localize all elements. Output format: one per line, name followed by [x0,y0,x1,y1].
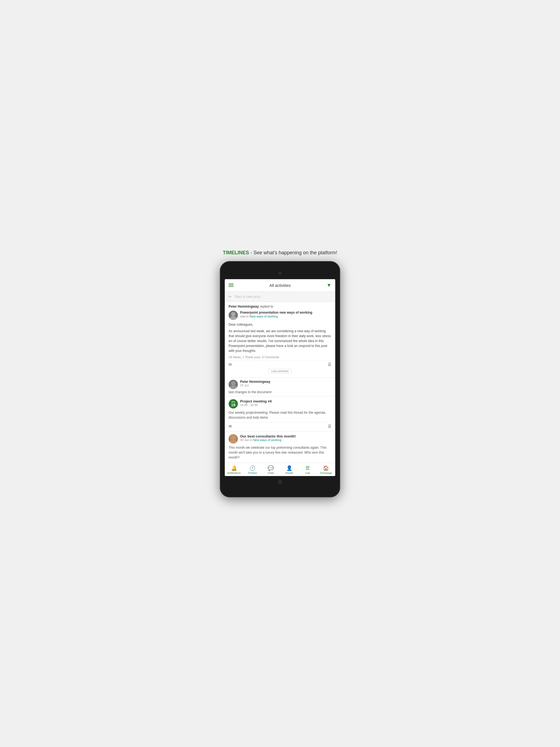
feed: Peter Hemmingway replied to Powerpoint p… [225,302,335,463]
new-post-input[interactable]: Start a new post... [235,294,263,299]
event-actions: ✉ ☰ [229,422,331,429]
lists-label: Lists [305,472,310,474]
page-wrapper: TIMELINES - See what's happening on the … [214,244,346,503]
activity-card-1: Peter Hemmingway replied to Powerpoint p… [225,302,335,378]
brand-name: TIMELINES [223,250,249,255]
group-link[interactable]: New ways of working [250,315,278,318]
comment-section: Peter Hemmingway 29 Jun last changes to … [225,378,335,396]
consultant-meta: Our best consultants this month! 30 Jun … [240,434,296,442]
chats-icon: 💬 [268,465,274,471]
last-comment-divider: Last comment [229,369,331,374]
svg-point-4 [231,436,235,439]
tablet-home-button[interactable] [278,480,282,484]
svg-point-2 [231,381,235,386]
activity-replied: Peter Hemmingway replied to [229,305,331,308]
list-icon[interactable]: ☰ [328,362,331,367]
last-comment-label: Last comment [269,369,292,374]
timeline-label: Timeline [248,472,257,474]
pencil-icon: ✏ [229,294,232,299]
post-subtitle: now in New ways of working [240,315,331,318]
tablet-frame: All activities ▼ ✏ Start a new post... P… [220,261,340,497]
homepage-icon: 🏠 [323,465,329,471]
event-title[interactable]: Project meeting #4 [240,399,272,403]
event-body: Our weekly projectmeeting. Please read t… [229,410,331,420]
notifications-label: Notifications [227,472,240,474]
svg-point-3 [229,386,237,389]
people-label: People [285,472,293,474]
author-avatar [229,311,238,320]
app-header: All activities ▼ [225,279,335,292]
post-meta: Powerpoint presentation new ways of work… [240,311,331,318]
comment-text: last changes to the document [229,390,331,394]
screen: All activities ▼ ✏ Start a new post... P… [225,279,335,476]
commenter-avatar [229,380,238,389]
event-date-badge: Jul 19 [229,399,238,409]
filter-icon[interactable]: ▼ [327,282,331,288]
nav-item-homepage[interactable]: 🏠 Homepage [317,463,335,476]
bottom-nav: 🔔 Notifications 🕐 Timeline 💬 Chats 👤 Peo… [225,463,335,476]
event-list-icon[interactable]: ☰ [328,424,331,429]
comment-meta: Peter Hemmingway 29 Jun [240,380,271,387]
chats-label: Chats [268,472,274,474]
event-header: Jul 19 Project meeting #4 14:00 - 16:30 [229,399,331,409]
notifications-icon: 🔔 [231,465,237,471]
consultant-header: Our best consultants this month! 30 Jun … [229,434,331,443]
consultant-title[interactable]: Our best consultants this month! [240,434,296,438]
post-title[interactable]: Powerpoint presentation new ways of work… [240,311,331,315]
consultant-date: 30 Jun in New ways of working [240,438,296,442]
svg-point-1 [229,316,237,320]
nav-item-chats[interactable]: 💬 Chats [262,463,280,476]
event-time: 14:00 - 16:30 [240,403,272,407]
post-header: Powerpoint presentation new ways of work… [229,311,331,320]
nav-item-notifications[interactable]: 🔔 Notifications [225,463,243,476]
header-title: All activities [269,283,291,288]
event-card: Jul 19 Project meeting #4 14:00 - 16:30 … [225,396,335,432]
consultant-card: Our best consultants this month! 30 Jun … [225,432,335,463]
nav-item-timeline[interactable]: 🕐 Timeline [243,463,261,476]
menu-button[interactable] [229,284,233,287]
event-envelope-icon[interactable]: ✉ [229,424,232,429]
tablet-camera [279,272,281,275]
nav-item-people[interactable]: 👤 People [280,463,298,476]
post-stats: 18 Views, 1 Thank yous, 0 Comments [229,356,331,359]
page-title: TIMELINES - See what's happening on the … [223,250,337,256]
new-post-bar[interactable]: ✏ Start a new post... [225,292,335,302]
consultant-avatar [229,434,238,443]
comment-author: Peter Hemmingway [240,380,271,384]
people-icon: 👤 [286,465,292,471]
envelope-icon[interactable]: ✉ [229,362,232,367]
post-body: Dear colleagues, As announced last week,… [229,322,331,353]
svg-point-0 [231,312,235,316]
lists-icon: ☰ [305,465,310,471]
nav-item-lists[interactable]: ☰ Lists [298,463,316,476]
post-actions: ✉ ☰ [229,360,331,368]
event-meta: Project meeting #4 14:00 - 16:30 [240,399,272,407]
homepage-label: Homepage [320,472,332,474]
timeline-icon: 🕐 [249,465,255,471]
comment-date: 29 Jun [240,384,271,387]
svg-point-5 [230,440,236,443]
comment-user: Peter Hemmingway 29 Jun [229,380,331,389]
consultant-body: This month we celebrate our top preformi… [229,445,331,460]
